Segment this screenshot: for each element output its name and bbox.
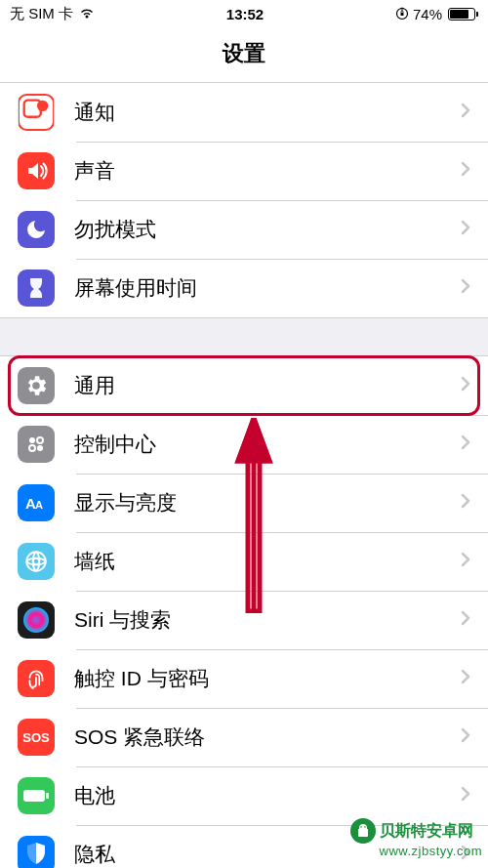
svg-point-12 <box>26 552 46 571</box>
battery-icon <box>18 777 55 814</box>
chevron-right-icon <box>461 727 470 747</box>
settings-row[interactable]: 隐私 <box>0 825 488 868</box>
page-title: 设置 <box>0 27 488 83</box>
svg-text:A: A <box>35 499 43 511</box>
clock: 13:52 <box>226 6 264 22</box>
control-center-icon <box>18 426 55 463</box>
general-icon <box>18 367 55 404</box>
svg-rect-14 <box>23 790 45 802</box>
screentime-icon <box>18 269 55 307</box>
display-icon: AA <box>18 484 55 521</box>
battery-icon <box>446 8 478 21</box>
sim-status: 无 SIM 卡 <box>10 5 73 23</box>
row-label: 通知 <box>74 99 461 126</box>
svg-rect-7 <box>29 445 35 451</box>
svg-rect-15 <box>46 793 49 799</box>
notifications-icon <box>18 94 55 131</box>
row-label: 声音 <box>74 157 461 185</box>
chevron-right-icon <box>461 493 470 513</box>
settings-group: 通知声音勿扰模式屏幕使用时间 <box>0 83 488 318</box>
settings-row[interactable]: 声音 <box>0 142 488 200</box>
chevron-right-icon <box>461 434 470 454</box>
svg-rect-6 <box>37 437 43 443</box>
chevron-right-icon <box>461 845 470 864</box>
touchid-icon <box>18 660 55 697</box>
settings-row[interactable]: 屏幕使用时间 <box>0 259 488 317</box>
row-label: 勿扰模式 <box>74 216 461 243</box>
settings-row[interactable]: AA显示与亮度 <box>0 474 488 532</box>
settings-group: 通用控制中心AA显示与亮度墙纸Siri 与搜索触控 ID 与密码SOSSOS 紧… <box>0 355 488 868</box>
chevron-right-icon <box>461 161 470 181</box>
svg-point-13 <box>23 607 49 633</box>
chevron-right-icon <box>461 220 470 239</box>
chevron-right-icon <box>461 669 470 688</box>
settings-row[interactable]: 触控 ID 与密码 <box>0 649 488 708</box>
svg-point-8 <box>37 445 43 451</box>
chevron-right-icon <box>461 103 470 122</box>
row-label: 电池 <box>74 782 461 809</box>
svg-rect-1 <box>400 13 403 16</box>
chevron-right-icon <box>461 610 470 630</box>
chevron-right-icon <box>461 552 470 571</box>
row-label: SOS 紧急联络 <box>74 723 461 751</box>
privacy-icon <box>18 836 55 868</box>
settings-row[interactable]: 勿扰模式 <box>0 200 488 259</box>
sound-icon <box>18 152 55 189</box>
dnd-icon <box>18 211 55 248</box>
siri-icon <box>18 601 55 639</box>
settings-row[interactable]: SOSSOS 紧急联络 <box>0 708 488 766</box>
row-label: 通用 <box>74 372 461 399</box>
orientation-lock-icon <box>395 7 409 21</box>
settings-row[interactable]: 通知 <box>0 83 488 142</box>
row-label: 显示与亮度 <box>74 489 461 517</box>
settings-row[interactable]: 通用 <box>0 356 488 415</box>
chevron-right-icon <box>461 786 470 806</box>
sos-icon: SOS <box>18 719 55 756</box>
battery-percent: 74% <box>413 6 442 22</box>
settings-row[interactable]: Siri 与搜索 <box>0 591 488 649</box>
settings-row[interactable]: 墙纸 <box>0 532 488 591</box>
status-bar: 无 SIM 卡 13:52 74% <box>0 0 488 27</box>
chevron-right-icon <box>461 376 470 395</box>
svg-point-4 <box>37 101 48 111</box>
row-label: 墙纸 <box>74 548 461 575</box>
svg-point-5 <box>29 437 35 443</box>
wifi-icon <box>79 8 95 20</box>
row-label: 控制中心 <box>74 431 461 458</box>
row-label: 屏幕使用时间 <box>74 274 461 302</box>
row-label: Siri 与搜索 <box>74 606 461 634</box>
row-label: 隐私 <box>74 841 461 868</box>
settings-row[interactable]: 控制中心 <box>0 415 488 474</box>
chevron-right-icon <box>461 278 470 298</box>
settings-row[interactable]: 电池 <box>0 766 488 825</box>
wallpaper-icon <box>18 543 55 580</box>
row-label: 触控 ID 与密码 <box>74 665 461 692</box>
